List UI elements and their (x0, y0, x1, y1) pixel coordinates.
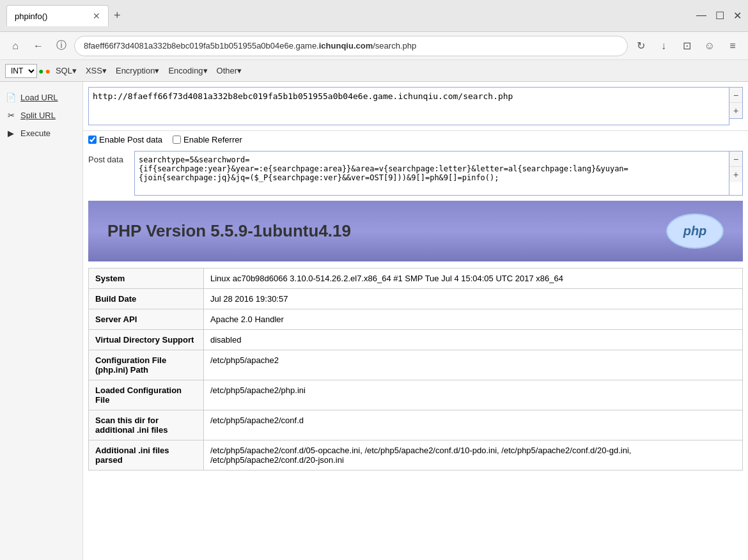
table-row: SystemLinux ac70b98d6066 3.10.0-514.26.2… (89, 268, 743, 289)
reload-button[interactable]: ↻ (630, 36, 651, 56)
execute-icon: ▶ (5, 127, 17, 139)
url-row: http://8faeff66f73d4081a332b8ebc019fa5b1… (88, 87, 743, 125)
table-label: Virtual Directory Support (89, 330, 204, 350)
content-panel: http://8faeff66f73d4081a332b8ebc019fa5b1… (83, 82, 748, 560)
php-version-text: PHP Version 5.5.9-1ubuntu4.19 (107, 221, 351, 241)
maximize-button[interactable]: ☐ (715, 10, 724, 22)
post-minus-button[interactable]: − (729, 152, 742, 167)
menu-icon: ≡ (729, 40, 735, 52)
table-row: Scan this dir for additional .ini files/… (89, 410, 743, 440)
table-label: Scan this dir for additional .ini files (89, 410, 204, 440)
table-value: Linux ac70b98d6066 3.10.0-514.26.2.el7.x… (204, 268, 743, 289)
url-section: http://8faeff66f73d4081a332b8ebc019fa5b1… (83, 82, 748, 131)
post-data-wrapper: Post data searchtype=5&searchword={if{se… (83, 148, 748, 201)
tab-close-button[interactable]: ✕ (93, 11, 100, 21)
enable-post-label[interactable]: Enable Post data (88, 135, 162, 144)
php-banner: PHP Version 5.5.9-1ubuntu4.19 php (88, 201, 743, 261)
php-content: PHP Version 5.5.9-1ubuntu4.19 php System… (83, 201, 748, 476)
green-dot-icon: ● (38, 66, 43, 76)
table-label: Additional .ini files parsed (89, 440, 204, 471)
download-icon: ↓ (661, 40, 666, 52)
table-row: Server APIApache 2.0 Handler (89, 309, 743, 330)
address-text: 8faeff66f73d4081a332b8ebc019fa5b1b051955… (84, 41, 618, 51)
table-label: System (89, 268, 204, 289)
table-row: Loaded Configuration File/etc/php5/apach… (89, 380, 743, 410)
table-value: Jul 28 2016 19:30:57 (204, 289, 743, 309)
table-label: Loaded Configuration File (89, 380, 204, 410)
post-data-label: Post data (83, 148, 134, 201)
table-label: Server API (89, 309, 204, 330)
enable-referrer-checkbox[interactable] (173, 136, 181, 144)
close-button[interactable]: ✕ (733, 10, 742, 22)
post-data-controls: − + (729, 151, 743, 196)
info-button[interactable]: ⓘ (51, 36, 72, 56)
back-icon: ← (33, 40, 43, 52)
table-value: /etc/php5/apache2 (204, 350, 743, 380)
url-plus-button[interactable]: + (729, 103, 742, 118)
browser-tab[interactable]: phpinfo() ✕ (6, 5, 109, 26)
layout-icon: ⊡ (683, 40, 691, 52)
php-info-table: SystemLinux ac70b98d6066 3.10.0-514.26.2… (88, 268, 743, 471)
post-data-input[interactable]: searchtype=5&searchword={if{searchpage:y… (134, 151, 729, 196)
php-logo: php (666, 214, 724, 249)
url-controls: − + (729, 87, 743, 119)
home-icon: ⌂ (12, 40, 19, 52)
url-input[interactable]: http://8faeff66f73d4081a332b8ebc019fa5b1… (88, 87, 729, 125)
enable-post-checkbox[interactable] (88, 136, 97, 144)
new-tab-button[interactable]: + (114, 9, 121, 22)
url-minus-button[interactable]: − (729, 88, 742, 103)
encryption-menu[interactable]: Encryption▾ (112, 65, 163, 77)
address-bar[interactable]: 8faeff66f73d4081a332b8ebc019fa5b1b051955… (74, 36, 628, 56)
table-label: Build Date (89, 289, 204, 309)
titlebar: phpinfo() ✕ + — ☐ ✕ (0, 0, 748, 32)
menu-button[interactable]: ≡ (722, 36, 743, 56)
sidebar-item-split-url[interactable]: ✂ Split URL (0, 106, 82, 124)
load-url-icon: 📄 (5, 91, 17, 103)
table-label: Configuration File (php.ini) Path (89, 350, 204, 380)
reload-icon: ↻ (637, 40, 645, 52)
download-button[interactable]: ↓ (653, 36, 674, 56)
info-icon: ⓘ (56, 39, 66, 52)
tab-title: phpinfo() (15, 12, 47, 21)
sidebar-item-load-url[interactable]: 📄 Load URL (0, 88, 82, 106)
orange-dot-icon: ● (45, 66, 50, 76)
sql-menu[interactable]: SQL▾ (52, 65, 81, 77)
smile-icon: ☺ (705, 40, 715, 52)
other-menu[interactable]: Other▾ (213, 65, 246, 77)
back-button[interactable]: ← (28, 36, 49, 56)
table-row: Configuration File (php.ini) Path/etc/ph… (89, 350, 743, 380)
minimize-button[interactable]: — (696, 10, 706, 22)
injection-type-select[interactable]: INT (5, 64, 37, 78)
table-row: Build DateJul 28 2016 19:30:57 (89, 289, 743, 309)
enable-referrer-label[interactable]: Enable Referrer (173, 135, 242, 144)
navbar: ⌂ ← ⓘ 8faeff66f73d4081a332b8ebc019fa5b1b… (0, 32, 748, 60)
layout-button[interactable]: ⊡ (676, 36, 697, 56)
table-row: Virtual Directory Supportdisabled (89, 330, 743, 350)
table-row: Additional .ini files parsed/etc/php5/ap… (89, 440, 743, 471)
profile-button[interactable]: ☺ (699, 36, 720, 56)
split-url-label: Split URL (20, 111, 56, 120)
table-value: /etc/php5/apache2/conf.d (204, 410, 743, 440)
toolbar: INT ● ● SQL▾ XSS▾ Encryption▾ Encoding▾ … (0, 60, 748, 82)
table-value: /etc/php5/apache2/conf.d/05-opcache.ini,… (204, 440, 743, 471)
home-button[interactable]: ⌂ (5, 36, 26, 56)
post-plus-button[interactable]: + (729, 167, 742, 182)
table-value: disabled (204, 330, 743, 350)
window-controls: — ☐ ✕ (696, 10, 742, 22)
main-area: 📄 Load URL ✂ Split URL ▶ Execute http://… (0, 82, 748, 560)
encoding-menu[interactable]: Encoding▾ (164, 65, 211, 77)
table-value: /etc/php5/apache2/php.ini (204, 380, 743, 410)
load-url-label: Load URL (20, 93, 58, 102)
table-value: Apache 2.0 Handler (204, 309, 743, 330)
xss-menu[interactable]: XSS▾ (82, 65, 111, 77)
sidebar-item-execute[interactable]: ▶ Execute (0, 124, 82, 142)
sidebar: 📄 Load URL ✂ Split URL ▶ Execute (0, 82, 83, 560)
options-row: Enable Post data Enable Referrer (83, 131, 748, 148)
post-data-section: searchtype=5&searchword={if{searchpage:y… (134, 148, 748, 201)
split-url-icon: ✂ (5, 109, 17, 121)
execute-label: Execute (20, 128, 51, 138)
